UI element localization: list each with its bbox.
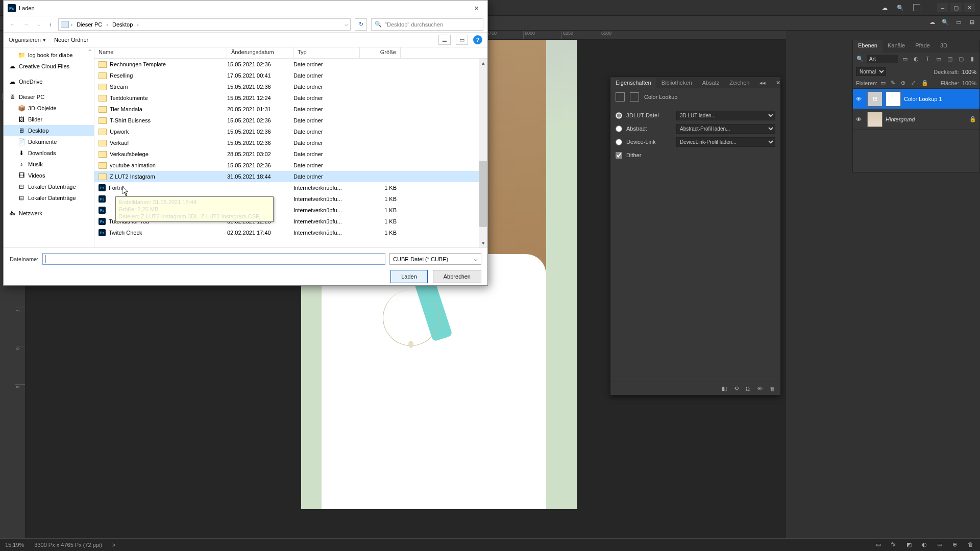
filter-icon[interactable]: T: [923, 55, 932, 63]
workspace-icon[interactable]: [913, 4, 920, 11]
status-icon[interactable]: ▭: [876, 541, 883, 548]
breadcrumb-segment[interactable]: Desktop: [110, 20, 135, 29]
breadcrumb-segment[interactable]: Dieser PC: [75, 20, 104, 29]
cancel-button[interactable]: Abbrechen: [433, 270, 481, 283]
radio-3dlut[interactable]: [616, 112, 622, 119]
filter-icon[interactable]: ◐: [912, 55, 920, 63]
panel-footer-icon[interactable]: ◧: [722, 385, 727, 392]
lock-icon[interactable]: ▭: [880, 80, 888, 87]
filter-icon[interactable]: ◫: [946, 55, 954, 63]
tree-node[interactable]: 📁log book for diabe: [4, 49, 94, 61]
zoom-level[interactable]: 15,19%: [5, 542, 24, 548]
fill-value[interactable]: 100%: [962, 80, 976, 86]
close-button[interactable]: ✕: [964, 3, 975, 12]
cloud-icon[interactable]: ☁: [882, 5, 888, 11]
tree-node[interactable]: 📦3D-Objekte: [4, 103, 94, 114]
column-date[interactable]: Änderungsdatum: [227, 47, 293, 58]
lock-icon[interactable]: 🔒: [921, 80, 928, 87]
file-row[interactable]: Verkauf15.05.2021 02:36Dateiordner: [94, 137, 487, 148]
select-abstract[interactable]: Abstract-Profil laden...: [676, 124, 775, 134]
tab-paragraph[interactable]: Absatz: [697, 78, 725, 88]
open-button[interactable]: Laden: [390, 270, 428, 283]
tab-paths[interactable]: Pfade: [910, 40, 935, 53]
filetype-select[interactable]: CUBE-Datei (*.CUBE)⌵: [389, 253, 481, 265]
tree-node[interactable]: 📄Dokumente: [4, 136, 94, 147]
chevron-right-icon[interactable]: ›: [71, 21, 73, 28]
tab-libraries[interactable]: Bibliotheken: [656, 78, 697, 88]
opacity-value[interactable]: 100%: [962, 69, 976, 75]
file-row[interactable]: youtube animation15.05.2021 02:36Dateior…: [94, 160, 487, 171]
lock-icon[interactable]: ⤢: [911, 80, 918, 87]
file-row[interactable]: T-Shirt Buisness15.05.2021 02:36Dateiord…: [94, 115, 487, 126]
layer-row[interactable]: 👁 Hintergrund 🔒: [853, 109, 979, 130]
blend-mode-select[interactable]: Normal: [856, 67, 886, 76]
dialog-close-button[interactable]: ✕: [469, 3, 483, 14]
chevron-right-icon[interactable]: ›: [137, 21, 139, 28]
filename-input[interactable]: [42, 253, 385, 265]
preview-pane-button[interactable]: ▭: [456, 35, 468, 45]
refresh-button[interactable]: ↻: [355, 18, 367, 31]
filter-toggle[interactable]: ▮: [968, 55, 976, 63]
tree-node[interactable]: 🎞Videos: [4, 170, 94, 181]
lock-icon[interactable]: ⊕: [901, 80, 908, 87]
chevron-right-icon[interactable]: ›: [106, 21, 108, 28]
nav-back-button[interactable]: ←: [8, 20, 17, 29]
panel-footer-icon[interactable]: Ω: [746, 386, 750, 392]
filter-icon[interactable]: ▭: [901, 55, 909, 63]
panel-collapse-icon[interactable]: ◂◂: [754, 78, 771, 88]
tree-node[interactable]: ♪Musik: [4, 159, 94, 170]
tab-layers[interactable]: Ebenen: [853, 40, 883, 53]
radio-devicelink[interactable]: [616, 139, 622, 145]
lock-icon[interactable]: ✎: [891, 80, 898, 87]
status-icon[interactable]: ◩: [906, 541, 914, 548]
file-row[interactable]: Verkaufsbelege28.05.2021 03:02Dateiordne…: [94, 148, 487, 160]
radio-abstract[interactable]: [616, 126, 622, 132]
nav-up-button[interactable]: ↑: [47, 20, 54, 29]
file-row[interactable]: Upwork15.05.2021 02:36Dateiordner: [94, 126, 487, 137]
optbar-icon[interactable]: ⊞: [968, 18, 976, 26]
scrollbar-thumb[interactable]: [479, 161, 487, 227]
visibility-icon[interactable]: 👁: [856, 116, 864, 122]
status-icon[interactable]: ⊕: [952, 541, 960, 548]
file-row[interactable]: Stream15.05.2021 02:36Dateiordner: [94, 81, 487, 92]
new-folder-button[interactable]: Neuer Ordner: [54, 37, 88, 43]
status-icon[interactable]: ▭: [937, 541, 944, 548]
panel-close-icon[interactable]: ✕: [771, 78, 786, 88]
file-row[interactable]: Rechnungen Template15.05.2021 02:36Datei…: [94, 59, 487, 70]
column-name[interactable]: Name: [94, 47, 227, 58]
status-icon[interactable]: ◐: [922, 541, 929, 548]
search-icon[interactable]: 🔍: [897, 5, 904, 11]
layer-mask[interactable]: [886, 91, 901, 107]
file-row[interactable]: PsFortnitInternetverknüpfu...1 KB: [94, 182, 487, 193]
maximize-button[interactable]: ▢: [950, 3, 962, 12]
tree-node[interactable]: ⊟Lokaler Datenträge: [4, 181, 94, 192]
status-icon[interactable]: 🗑: [968, 541, 975, 548]
file-row[interactable]: Reselling17.05.2021 00:41Dateiordner: [94, 70, 487, 81]
select-devicelink[interactable]: DeviceLink-Profil laden...: [676, 137, 775, 147]
status-chevron[interactable]: >: [112, 542, 115, 548]
breadcrumb-dropdown[interactable]: ⌵: [345, 21, 348, 28]
panel-footer-icon[interactable]: 👁: [757, 386, 763, 392]
panel-footer-icon[interactable]: 🗑: [770, 386, 775, 392]
view-mode-button[interactable]: ☰: [438, 35, 451, 45]
search-icon[interactable]: 🔍: [856, 55, 864, 63]
file-row[interactable]: Textdokumente15.05.2021 12:24Dateiordner: [94, 92, 487, 104]
tree-node[interactable]: ⬇Downloads: [4, 147, 94, 159]
nav-recent-button[interactable]: ⌵: [35, 20, 43, 29]
filter-icon[interactable]: ▢: [957, 55, 965, 63]
tab-properties[interactable]: Eigenschaften: [610, 78, 656, 88]
tab-character[interactable]: Zeichen: [724, 78, 754, 88]
breadcrumb[interactable]: › Dieser PC › Desktop › ⌵: [58, 18, 351, 31]
help-button[interactable]: ?: [473, 35, 482, 44]
organize-menu[interactable]: Organisieren▾: [9, 37, 46, 43]
select-3dlut[interactable]: 3D LUT laden...: [676, 111, 775, 120]
column-size[interactable]: Größe: [360, 47, 401, 58]
optbar-icon[interactable]: 🔍: [941, 18, 949, 26]
file-row[interactable]: Tier Mandala20.05.2021 01:31Dateiordner: [94, 104, 487, 115]
tree-node[interactable]: ☁OneDrive: [4, 76, 94, 87]
status-icon[interactable]: fx: [891, 541, 898, 548]
nav-forward-button[interactable]: →: [21, 20, 31, 29]
checkbox-dither[interactable]: [616, 152, 622, 159]
visibility-icon[interactable]: 👁: [856, 96, 864, 102]
layer-row[interactable]: 👁 ⊞ Color Lookup 1: [853, 89, 979, 109]
